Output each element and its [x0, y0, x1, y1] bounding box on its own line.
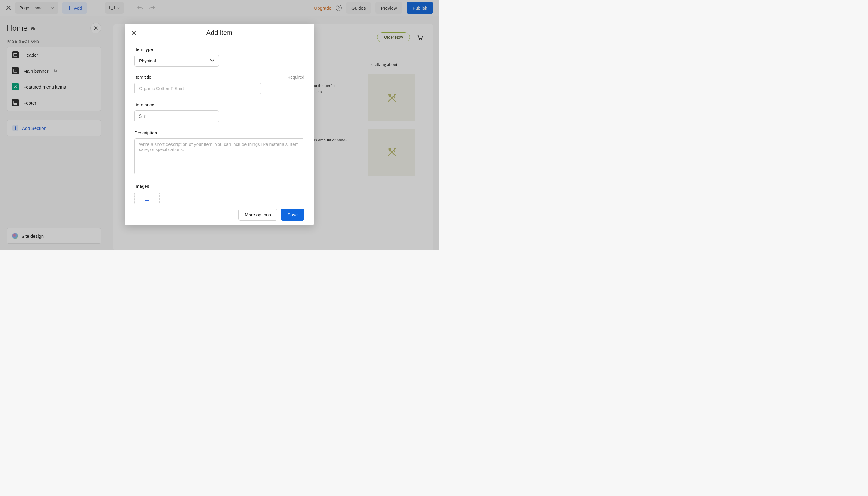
image-upload-button[interactable] [135, 192, 160, 204]
modal-title: Add item [131, 29, 307, 37]
description-label: Description [135, 130, 305, 135]
item-price-input-wrapper: $ [135, 110, 219, 122]
item-title-required: Required [287, 75, 305, 80]
images-label: Images [135, 184, 305, 189]
plus-icon [145, 198, 150, 203]
item-title-input[interactable] [135, 82, 261, 94]
item-type-value: Physical [139, 58, 156, 63]
item-price-input[interactable] [144, 114, 214, 119]
save-button[interactable]: Save [281, 209, 305, 221]
add-item-modal: Add item Item type Physical Item title R… [125, 24, 314, 226]
item-type-label: Item type [135, 47, 305, 52]
item-type-select[interactable]: Physical [135, 55, 219, 66]
item-title-label: Item title [135, 74, 152, 80]
chevron-down-icon [210, 59, 214, 62]
more-options-button[interactable]: More options [238, 209, 277, 221]
item-price-label: Item price [135, 102, 305, 107]
close-icon [131, 30, 136, 35]
modal-close-button[interactable] [131, 30, 136, 35]
description-textarea[interactable] [135, 138, 305, 174]
modal-overlay[interactable]: Add item Item type Physical Item title R… [0, 0, 439, 250]
price-prefix: $ [139, 113, 142, 119]
